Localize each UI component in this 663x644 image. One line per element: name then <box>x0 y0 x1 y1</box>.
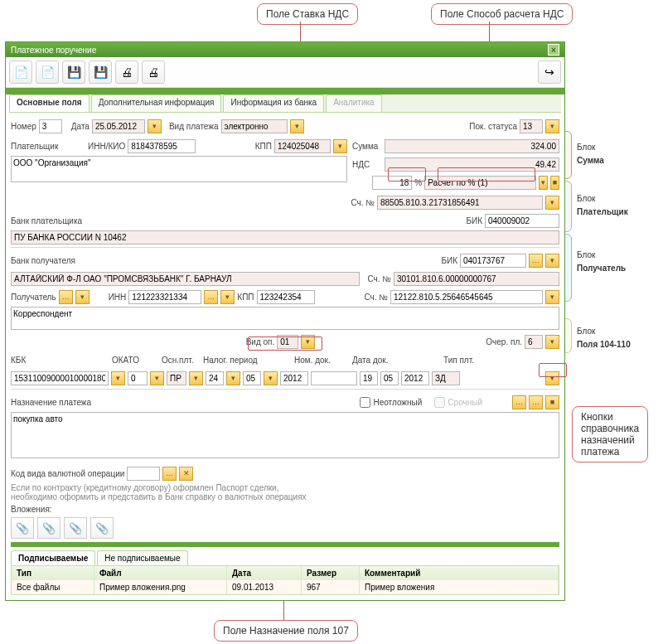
fh-file[interactable]: Файл <box>94 566 227 580</box>
payer-acc-dd-icon[interactable]: ▾ <box>545 196 559 210</box>
vidop-dd-icon[interactable]: ▾ <box>301 335 315 349</box>
payee-dd-icon[interactable]: ▾ <box>75 290 90 304</box>
tb-print-icon[interactable]: 🖨 <box>115 61 138 84</box>
cb-urgent[interactable] <box>360 397 370 408</box>
nds-action-icon[interactable]: ■ <box>550 176 559 190</box>
status-dd-icon[interactable]: ▾ <box>545 119 559 133</box>
lbl-status: Пок. статуса <box>469 122 517 131</box>
okato-dd-icon[interactable]: ▾ <box>150 371 164 385</box>
fh-size[interactable]: Размер <box>302 566 360 580</box>
osn-dd-icon[interactable]: ▾ <box>189 371 203 385</box>
input-num[interactable] <box>39 119 62 133</box>
input-date[interactable] <box>92 119 145 133</box>
lbl-payer: Плательщик <box>11 142 85 151</box>
fh-comm[interactable]: Комментарий <box>360 566 559 580</box>
table-row[interactable]: Все файлы Пример вложения.png 09.01.2013… <box>12 580 559 594</box>
tb-new-icon[interactable]: 📄 <box>9 61 32 84</box>
payer-kpp-dd-icon[interactable]: ▾ <box>333 139 347 153</box>
input-payer-inn[interactable] <box>128 139 196 153</box>
tb-doc-icon[interactable]: 📄 <box>36 61 59 84</box>
filetab-unsigned[interactable]: Не подписываемые <box>97 550 187 565</box>
curcode-clear-icon[interactable]: ✕ <box>179 467 193 481</box>
payee-bik-ref-icon[interactable]: … <box>529 254 543 268</box>
cb-srochny <box>434 397 445 408</box>
fr-size: 967 <box>302 580 360 594</box>
tb-saveas-icon[interactable]: 💾 <box>89 61 112 84</box>
payee-acc2-dd-icon[interactable]: ▾ <box>545 290 559 304</box>
kbk-dd-icon[interactable]: ▾ <box>111 371 125 385</box>
input-d1[interactable] <box>360 371 378 385</box>
input-type[interactable] <box>221 119 288 133</box>
input-payee-kpp[interactable] <box>257 290 315 304</box>
input-payee-inn[interactable] <box>128 290 201 304</box>
payee-bik-dd-icon[interactable]: ▾ <box>545 254 559 268</box>
payee-inn-dd-icon[interactable]: ▾ <box>220 290 235 304</box>
curcode-ref-icon[interactable]: … <box>162 467 177 481</box>
input-status[interactable] <box>520 119 543 133</box>
tab-analytics[interactable]: Аналитика <box>326 94 382 112</box>
tip-dd-icon[interactable]: ▾ <box>545 371 559 385</box>
input-sum[interactable] <box>385 139 559 153</box>
fh-type[interactable]: Тип <box>12 566 94 580</box>
input-payee-bik[interactable] <box>460 254 526 268</box>
tb-save-icon[interactable]: 💾 <box>62 61 85 84</box>
input-payer-bik[interactable] <box>485 214 559 228</box>
input-p2[interactable] <box>243 371 261 385</box>
calendar-icon[interactable]: ▾ <box>148 119 162 133</box>
att-view-icon[interactable]: 📎 <box>90 517 114 539</box>
att-add-icon[interactable]: 📎 <box>11 517 34 539</box>
att-edit-icon[interactable]: 📎 <box>37 517 60 539</box>
input-purpose[interactable] <box>11 412 559 458</box>
side-block-104: БлокПоля 104-110 <box>577 325 631 351</box>
payee-inn-ref-icon[interactable]: … <box>204 290 218 304</box>
input-ndoc[interactable] <box>311 371 357 385</box>
lbl-queue: Очер. пл. <box>486 337 522 346</box>
tab-bank[interactable]: Информация из банка <box>223 94 324 112</box>
purpose-ref1-icon[interactable]: … <box>512 395 526 409</box>
att-del-icon[interactable]: 📎 <box>64 517 87 539</box>
nds-method-dd-icon[interactable]: ▾ <box>539 176 548 190</box>
tb-right-icon[interactable]: ↪ <box>538 61 561 84</box>
lbl-payee-inn: ИНН <box>109 293 127 302</box>
input-queue[interactable] <box>525 335 543 349</box>
p1-dd-icon[interactable]: ▾ <box>226 371 240 385</box>
close-button[interactable]: × <box>548 44 559 56</box>
input-payee-name[interactable] <box>11 307 559 330</box>
purpose-ref2-icon[interactable]: … <box>529 395 543 409</box>
input-payer-kpp[interactable] <box>274 139 331 153</box>
input-okato[interactable] <box>128 371 148 385</box>
callout-field107: Поле Назначение поля 107 <box>214 620 358 642</box>
input-payer-acc[interactable] <box>377 196 543 210</box>
lbl-purpose: Назначение платежа <box>11 398 91 407</box>
input-payer-bank[interactable] <box>11 230 559 245</box>
queue-dd-icon[interactable]: ▾ <box>545 335 559 349</box>
input-curcode[interactable] <box>127 467 160 481</box>
lbl-date: Дата <box>71 122 90 131</box>
input-d2[interactable] <box>380 371 399 385</box>
input-nds[interactable] <box>385 157 559 172</box>
tb-printcfg-icon[interactable]: 🖨 <box>142 61 165 84</box>
input-payee-acc[interactable] <box>394 272 559 286</box>
input-osn[interactable] <box>167 371 186 385</box>
input-nds-method[interactable] <box>424 176 536 190</box>
tab-main[interactable]: Основные поля <box>9 94 90 112</box>
input-vidop[interactable] <box>277 335 298 349</box>
callout-vat-rate: Поле Ставка НДС <box>257 3 358 25</box>
input-kbk[interactable] <box>11 371 109 385</box>
lbl-curcode: Код вида валютной операции <box>11 469 124 478</box>
filetab-signed[interactable]: Подписываемые <box>11 550 95 565</box>
input-payer-name[interactable] <box>11 156 347 182</box>
purpose-ref3-icon[interactable]: ■ <box>545 395 559 409</box>
input-p3[interactable] <box>280 371 308 385</box>
input-nds-rate[interactable] <box>372 176 412 190</box>
input-payee-bank[interactable] <box>11 272 360 286</box>
p2-dd-icon[interactable]: ▾ <box>264 371 278 385</box>
input-d3[interactable] <box>401 371 429 385</box>
fh-date[interactable]: Дата <box>227 566 302 580</box>
input-p1[interactable] <box>206 371 224 385</box>
type-dd-icon[interactable]: ▾ <box>290 119 304 133</box>
input-payee-acc2[interactable] <box>390 290 543 304</box>
payee-ref-icon[interactable]: … <box>59 290 73 304</box>
input-tip[interactable] <box>432 371 460 385</box>
tab-extra[interactable]: Дополнительная информация <box>91 94 222 112</box>
